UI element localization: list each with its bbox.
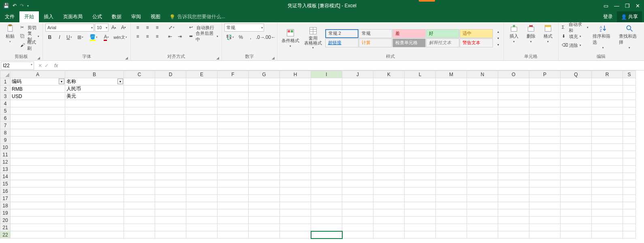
styles-more-icon[interactable]: ▾ [495,42,501,48]
cell-O22[interactable] [498,231,529,239]
cell-P5[interactable] [529,107,561,115]
cell-K1[interactable] [373,78,405,85]
tab-pagelayout[interactable]: 页面布局 [58,11,87,22]
col-header-C[interactable]: C [124,71,155,78]
cell-K12[interactable] [373,158,405,166]
cell-D2[interactable] [155,85,186,93]
cell-R22[interactable] [592,231,623,239]
cell-H9[interactable] [280,136,311,144]
row-header-2[interactable]: 2 [0,85,11,93]
cell-N2[interactable] [467,85,498,93]
cell-D14[interactable] [155,173,186,180]
cell-P4[interactable] [529,100,561,107]
cell-K14[interactable] [373,173,405,180]
cell-H14[interactable] [280,173,311,180]
cell-H1[interactable] [280,78,311,85]
cell-C7[interactable] [124,122,155,129]
cell-F11[interactable] [218,151,249,158]
cell-R10[interactable] [592,144,623,151]
cell-O7[interactable] [498,122,529,129]
cell-Q4[interactable] [561,100,592,107]
col-header-L[interactable]: L [405,71,436,78]
cell-M21[interactable] [436,224,467,231]
cell-Q22[interactable] [561,231,592,239]
align-middle-button[interactable]: ≡ [143,23,152,32]
cell-D5[interactable] [155,107,186,115]
cell-I18[interactable] [311,202,342,209]
cell-J9[interactable] [342,136,373,144]
cell-N13[interactable] [467,166,498,173]
cell-J14[interactable] [342,173,373,180]
col-header-F[interactable]: F [218,71,249,78]
cell-L9[interactable] [405,136,436,144]
cell-F15[interactable] [218,180,249,188]
cell-I6[interactable] [311,115,342,122]
cell-A7[interactable] [11,122,65,129]
cell-H17[interactable] [280,195,311,202]
cell-G12[interactable] [249,158,280,166]
cell-N14[interactable] [467,173,498,180]
format-cells-button[interactable]: 格式▾ [540,23,556,44]
cell-I7[interactable] [311,122,342,129]
cell-P9[interactable] [529,136,561,144]
cell-A12[interactable] [11,158,65,166]
cell-S17[interactable] [623,195,636,202]
cell-N9[interactable] [467,136,498,144]
row-header-4[interactable]: 4 [0,100,11,107]
cell-G15[interactable] [249,180,280,188]
row-header-8[interactable]: 8 [0,129,11,136]
cell-S10[interactable] [623,144,636,151]
style-hyperlink[interactable]: 超链接 [325,38,358,47]
cell-H8[interactable] [280,129,311,136]
cell-J2[interactable] [342,85,373,93]
cell-S6[interactable] [623,115,636,122]
tab-view[interactable]: 视图 [146,11,165,22]
cell-S20[interactable] [623,217,636,224]
cell-E1[interactable] [186,78,218,85]
cell-Q1[interactable] [561,78,592,85]
undo-icon[interactable]: ↶ [13,3,17,9]
cell-K19[interactable] [373,209,405,217]
cell-Q21[interactable] [561,224,592,231]
cell-S5[interactable] [623,107,636,115]
cell-A4[interactable] [11,100,65,107]
cell-D6[interactable] [155,115,186,122]
cell-L14[interactable] [405,173,436,180]
cell-E4[interactable] [186,100,218,107]
cell-C22[interactable] [124,231,155,239]
cell-E14[interactable] [186,173,218,180]
cell-M22[interactable] [436,231,467,239]
cell-O11[interactable] [498,151,529,158]
cell-C1[interactable] [124,78,155,85]
cell-R8[interactable] [592,129,623,136]
cell-I21[interactable] [311,224,342,231]
cell-D1[interactable] [155,78,186,85]
cell-G10[interactable] [249,144,280,151]
row-header-19[interactable]: 19 [0,209,11,217]
cell-H12[interactable] [280,158,311,166]
cell-N15[interactable] [467,180,498,188]
cell-H4[interactable] [280,100,311,107]
cell-C17[interactable] [124,195,155,202]
cell-O18[interactable] [498,202,529,209]
percent-button[interactable]: % [237,33,245,41]
fx-icon[interactable]: fx [52,63,60,68]
cell-Q18[interactable] [561,202,592,209]
cell-R7[interactable] [592,122,623,129]
cell-S21[interactable] [623,224,636,231]
cell-J16[interactable] [342,188,373,195]
cell-Q9[interactable] [561,136,592,144]
align-bottom-button[interactable]: ≡ [153,23,162,32]
cell-Q17[interactable] [561,195,592,202]
cell-I10[interactable] [311,144,342,151]
cell-N10[interactable] [467,144,498,151]
cell-D9[interactable] [155,136,186,144]
cell-O17[interactable] [498,195,529,202]
italic-button[interactable]: I [55,33,64,41]
cell-K7[interactable] [373,122,405,129]
style-neutral[interactable]: 适中 [460,29,493,38]
cell-I14[interactable] [311,173,342,180]
cell-B16[interactable] [65,188,124,195]
cell-R15[interactable] [592,180,623,188]
tab-file[interactable]: 文件 [0,11,19,22]
